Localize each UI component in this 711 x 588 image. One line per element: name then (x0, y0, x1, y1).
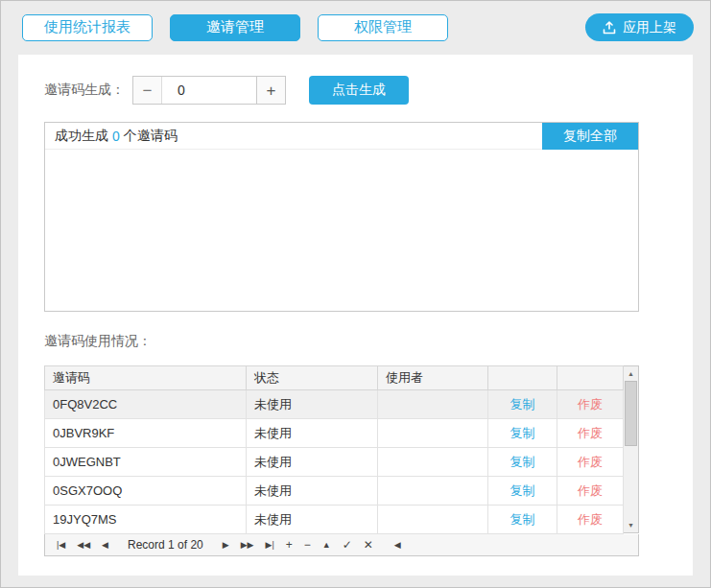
tab-usage-report[interactable]: 使用统计报表 (22, 14, 153, 41)
nav-edit-button[interactable]: ▲ (317, 534, 337, 555)
usage-section-label: 邀请码使用情况： (44, 333, 667, 350)
table-row[interactable]: 0JBVR9KF 未使用 复制 作废 (45, 419, 624, 448)
user-cell (378, 448, 488, 477)
result-suffix: 个邀请码 (124, 128, 178, 145)
void-link[interactable]: 作废 (578, 455, 603, 469)
table-row[interactable]: 0SGX7OOQ 未使用 复制 作废 (45, 477, 624, 506)
table-row[interactable]: 0JWEGNBT 未使用 复制 作废 (45, 448, 624, 477)
status-cell: 未使用 (247, 448, 378, 477)
tab-invitation-management[interactable]: 邀请管理 (170, 14, 300, 41)
record-navigator: |◀ ◀◀ ◀ Record 1 of 20 ▶ ▶▶ ▶| + − ▲ ✓ ✕… (44, 534, 639, 556)
nav-cancel-button[interactable]: ✕ (358, 534, 379, 555)
status-cell: 未使用 (247, 390, 378, 419)
stepper-value-field[interactable]: 0 (162, 77, 256, 104)
top-tab-bar: 使用统计报表 邀请管理 权限管理 应用上架 (1, 1, 710, 41)
void-link[interactable]: 作废 (578, 512, 603, 527)
void-link[interactable]: 作废 (578, 397, 603, 412)
publish-app-button[interactable]: 应用上架 (585, 13, 694, 41)
header-status[interactable]: 状态 (247, 366, 378, 390)
usage-grid: 邀请码 状态 使用者 0FQ8V2CC 未使用 复制 (44, 365, 639, 534)
user-cell (378, 477, 488, 506)
header-invite-code[interactable]: 邀请码 (45, 366, 247, 390)
nav-prev-button[interactable]: ◀ (96, 534, 114, 555)
stepper-plus-button[interactable]: + (256, 77, 285, 104)
table-row[interactable]: 19JYQ7MS 未使用 复制 作废 (45, 506, 624, 534)
table-row[interactable]: 0FQ8V2CC 未使用 复制 作废 (45, 390, 624, 419)
invite-code-cell: 0SGX7OOQ (45, 477, 247, 506)
generator-row: 邀请码生成： − 0 + 点击生成 (44, 76, 667, 105)
scroll-up-icon[interactable]: ▲ (624, 366, 638, 381)
invite-code-cell: 0JWEGNBT (45, 448, 247, 477)
nav-prev-page-button[interactable]: ◀◀ (71, 534, 96, 555)
header-copy (488, 366, 557, 390)
invite-code-cell: 0FQ8V2CC (45, 390, 247, 419)
user-cell (378, 506, 488, 534)
invite-code-cell: 19JYQ7MS (45, 506, 247, 534)
status-cell: 未使用 (247, 419, 378, 448)
table-header-row: 邀请码 状态 使用者 (45, 366, 624, 390)
generator-label: 邀请码生成： (44, 82, 125, 99)
status-cell: 未使用 (247, 506, 378, 534)
generated-codes-box: 成功生成 0 个邀请码 复制全部 (44, 122, 639, 312)
scrollbar-thumb[interactable] (625, 381, 637, 446)
nav-last-button[interactable]: ▶| (260, 534, 280, 555)
invitation-management-screen: 使用统计报表 邀请管理 权限管理 应用上架 邀请码生成： − 0 + 点击生成 (0, 0, 711, 588)
void-link[interactable]: 作废 (578, 483, 603, 498)
nav-first-button[interactable]: |◀ (51, 534, 71, 555)
user-cell (378, 390, 488, 419)
publish-app-label: 应用上架 (623, 19, 676, 36)
invite-code-cell: 0JBVR9KF (45, 419, 247, 448)
result-count: 0 (112, 129, 120, 144)
copy-link[interactable]: 复制 (510, 426, 535, 440)
record-count-text: Record 1 of 20 (128, 538, 203, 552)
user-cell (378, 419, 488, 448)
copy-link[interactable]: 复制 (510, 455, 535, 469)
invite-count-stepper: − 0 + (132, 76, 286, 105)
nav-append-button[interactable]: + (280, 534, 298, 555)
result-prefix: 成功生成 (55, 128, 108, 145)
void-link[interactable]: 作废 (578, 426, 603, 440)
nav-delete-button[interactable]: − (298, 534, 317, 555)
header-user[interactable]: 使用者 (378, 366, 488, 390)
main-panel: 邀请码生成： − 0 + 点击生成 成功生成 0 个邀请码 复制全部 邀请码使用… (18, 55, 693, 576)
scroll-down-icon[interactable]: ▼ (624, 518, 638, 532)
usage-table: 邀请码 状态 使用者 0FQ8V2CC 未使用 复制 (44, 365, 624, 534)
copy-link[interactable]: 复制 (510, 512, 535, 527)
table-scrollbar[interactable]: ▲ ▼ (624, 365, 639, 533)
generate-button[interactable]: 点击生成 (309, 76, 409, 105)
status-cell: 未使用 (247, 477, 378, 506)
nav-next-page-button[interactable]: ▶▶ (235, 534, 260, 555)
nav-refresh-button[interactable]: ◀ (389, 534, 407, 555)
copy-all-button[interactable]: 复制全部 (542, 123, 638, 150)
usage-table-wrap: 邀请码 状态 使用者 0FQ8V2CC 未使用 复制 (44, 365, 639, 556)
copy-link[interactable]: 复制 (510, 397, 535, 412)
upload-icon (603, 21, 616, 35)
stepper-minus-button[interactable]: − (133, 77, 162, 104)
nav-next-button[interactable]: ▶ (217, 534, 235, 555)
tab-permission-management[interactable]: 权限管理 (318, 14, 448, 41)
copy-link[interactable]: 复制 (510, 483, 535, 498)
nav-post-button[interactable]: ✓ (337, 534, 358, 555)
header-void (557, 366, 624, 390)
